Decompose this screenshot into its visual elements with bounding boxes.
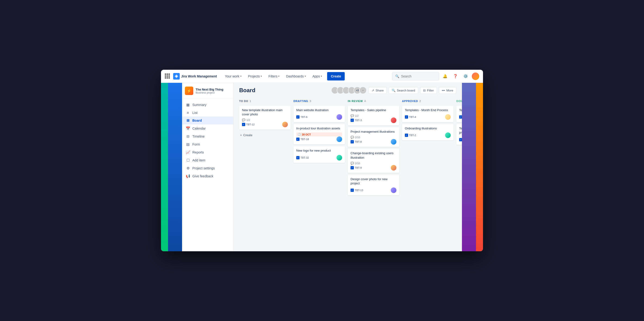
ticket-id: TBT-6: [300, 116, 308, 118]
avatar-group: +3 +: [331, 86, 367, 94]
sidebar-navigation: ▦ Summary ≡ List ⊞ Board 📅 Calendar ⊟: [182, 99, 233, 182]
sidebar-item-add-item[interactable]: ☐ Add item: [182, 156, 233, 164]
card[interactable]: Main website illustration ✓ TBT-6: [294, 106, 345, 122]
ticket-check-icon: ✓: [350, 118, 354, 122]
card-assignee-avatar: [391, 165, 396, 170]
sidebar-item-label: Project settings: [192, 166, 215, 170]
column-count-drafting: 3: [310, 100, 311, 102]
board-content: Board +3 + ↗ Share 🔍: [234, 83, 462, 251]
share-button[interactable]: ↗ Share: [368, 87, 387, 94]
sidebar-item-form[interactable]: ▤ Form: [182, 140, 233, 148]
card[interactable]: Templates - Month End Process ✓ TBT-4: [402, 106, 454, 122]
card[interactable]: Design cover photo for new project ✓ TBT…: [348, 175, 399, 195]
card[interactable]: New template illustration main cover pho…: [239, 106, 291, 130]
card-title: Templates - Website design process: [459, 126, 462, 135]
card-assignee-avatar: [391, 118, 396, 123]
sidebar-item-project-settings[interactable]: ⚙ Project settings: [182, 164, 233, 172]
jira-logo[interactable]: Jira Work Management: [173, 73, 217, 80]
ticket-check-icon: ✓: [350, 166, 354, 170]
nav-projects[interactable]: Projects ▾: [246, 70, 264, 82]
card-title: In-product tour illustration assets: [296, 126, 342, 130]
sidebar-item-board[interactable]: ⊞ Board: [182, 116, 233, 124]
timeline-icon: ⊟: [186, 134, 190, 138]
sidebar-item-label: Form: [192, 142, 200, 146]
sidebar-item-summary[interactable]: ▦ Summary: [182, 101, 233, 109]
help-button[interactable]: ❓: [451, 72, 460, 80]
ticket-id: TBT-4: [409, 116, 416, 118]
chevron-down-icon: ▾: [240, 75, 242, 78]
nav-dashboards[interactable]: Dashboards ▾: [284, 70, 308, 82]
notifications-button[interactable]: 🔔: [441, 72, 449, 80]
card-title: Main website illustration: [296, 108, 342, 112]
project-type: Business project: [196, 91, 230, 94]
settings-button[interactable]: ⚙️: [462, 72, 470, 80]
card-due-date: 🕐 28 OCT: [296, 132, 342, 136]
card[interactable]: Templates - Sales pipeline 💬 1/2 ✓ TBT-3: [348, 106, 399, 126]
column-label-todo: TO DO: [239, 100, 248, 102]
board-header-actions: +3 + ↗ Share 🔍 Search board ⊟ Filter: [331, 86, 456, 94]
sidebar-item-reports[interactable]: 📈 Reports: [182, 148, 233, 156]
nav-your-work[interactable]: Your work ▾: [222, 70, 244, 82]
create-button[interactable]: Create: [327, 72, 345, 80]
sidebar-item-label: Board: [192, 118, 202, 122]
column-review: IN REVIEW 4 Templates - Sales pipeline 💬…: [348, 99, 399, 195]
column-todo: TO DO 1 New template illustration main c…: [239, 99, 291, 139]
list-icon: ≡: [186, 111, 190, 115]
card[interactable]: Onboarding illustrations ✓ TBT-2: [402, 124, 454, 140]
top-navigation: Jira Work Management Your work ▾ Project…: [161, 70, 483, 83]
add-avatar-button[interactable]: +: [359, 86, 367, 94]
sidebar-item-label: Add item: [192, 158, 205, 162]
card[interactable]: Project management illustrations 💬 2/10 …: [348, 127, 399, 147]
card-title: Project management illustrations: [350, 130, 396, 134]
sidebar-item-label: Give feedback: [192, 174, 214, 178]
user-avatar[interactable]: [472, 72, 479, 80]
card[interactable]: Templates - Asset creation ✓ TBT-1: [456, 106, 462, 122]
nav-apps[interactable]: Apps ▾: [310, 70, 324, 82]
board-title: Board: [239, 87, 328, 94]
subtask-icon: 💬: [242, 118, 246, 122]
subtask-icon: 💬: [350, 136, 354, 139]
ticket-id: TBT-9: [355, 166, 362, 169]
left-decorative-panel: [161, 83, 182, 251]
calendar-icon: 📅: [186, 126, 190, 130]
search-input[interactable]: [401, 74, 434, 78]
project-header[interactable]: ⚡ The Next Big Thing Business project: [182, 83, 233, 99]
sidebar-item-give-feedback[interactable]: 📢 Give feedback: [182, 172, 233, 180]
subtask-count: 1/2: [246, 118, 250, 122]
project-icon: ⚡: [185, 86, 193, 95]
sidebar-item-label: Summary: [192, 103, 206, 107]
chevron-down-icon: ▾: [278, 75, 280, 78]
card[interactable]: Change-boarding existing users illustrat…: [348, 149, 399, 173]
card-title: Onboarding illustrations: [405, 126, 451, 130]
card-title: Templates - Asset creation: [459, 108, 462, 112]
card-title: Change-boarding existing users illustrat…: [350, 151, 396, 160]
ticket-id: TBT-13: [355, 189, 363, 192]
share-icon: ↗: [372, 89, 374, 92]
card-title: Design cover photo for new project: [350, 177, 396, 186]
sidebar-item-timeline[interactable]: ⊟ Timeline: [182, 132, 233, 140]
ticket-check-icon: ✓: [242, 123, 245, 126]
ticket-id: TBT-12: [246, 123, 254, 126]
board-search[interactable]: 🔍 Search board: [389, 87, 418, 94]
more-button[interactable]: ••• More: [439, 87, 456, 94]
card-assignee-avatar: [282, 122, 288, 127]
chevron-down-icon: ▾: [305, 75, 306, 78]
jira-logo-text: Jira Work Management: [181, 74, 217, 78]
global-search[interactable]: 🔍: [392, 72, 439, 80]
column-label-done: DONE: [456, 100, 462, 102]
card[interactable]: New logo for new product ✓ TBT-32: [294, 146, 345, 162]
add-item-icon: ☐: [186, 158, 190, 162]
create-card-button[interactable]: + Create: [239, 132, 291, 139]
filter-icon: ⊟: [423, 89, 426, 92]
card[interactable]: Templates - Website design process ✓ TBT…: [456, 124, 462, 144]
subtask-icon: 💬: [350, 114, 354, 118]
card[interactable]: In-product tour illustration assets 🕐 28…: [294, 124, 345, 144]
column-count-todo: 1: [250, 100, 251, 102]
sidebar-item-calendar[interactable]: 📅 Calendar: [182, 124, 233, 132]
nav-filters[interactable]: Filters ▾: [266, 70, 282, 82]
filter-button[interactable]: ⊟ Filter: [420, 87, 437, 94]
column-done: DONE 2 Templates - Asset creation ✓ TBT-…: [456, 99, 462, 145]
apps-grid-icon[interactable]: [165, 74, 170, 79]
reports-icon: 📈: [186, 150, 190, 154]
sidebar-item-list[interactable]: ≡ List: [182, 109, 233, 116]
